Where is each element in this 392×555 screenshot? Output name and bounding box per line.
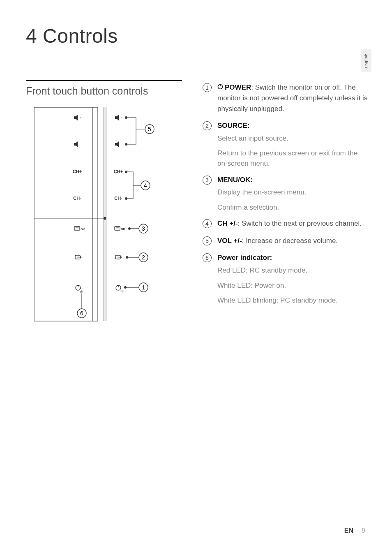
control-label: Power indicator [217, 254, 270, 261]
callout-number: 5 [203, 236, 212, 245]
control-item-vol: 5 VOL +/-: Increase or decrease volume. [203, 236, 369, 249]
callout-number: 4 [203, 219, 212, 228]
control-sub: Display the on-screen menu. [217, 187, 369, 198]
ch-down-label: CH- [73, 196, 81, 201]
control-label: VOL +/- [217, 237, 242, 245]
control-label-suffix: : [270, 254, 272, 261]
content-area: Front touch button controls + [26, 80, 369, 327]
control-desc: Increase or decrease volume. [244, 237, 338, 245]
language-tab-text: English [364, 53, 368, 68]
section-heading: Front touch button controls [26, 80, 182, 103]
svg-point-11 [125, 143, 127, 146]
svg-point-45 [122, 291, 123, 293]
menu-ok-icon-copy: OK [115, 227, 125, 231]
control-item-power: 1 POWER: Switch the monitor on or off. T… [203, 82, 369, 116]
callout-number: 2 [203, 121, 212, 130]
control-item-ch: 4 CH +/-: Switch to the next or previous… [203, 218, 369, 231]
svg-point-46 [124, 286, 127, 289]
control-sub: Confirm a selection. [217, 203, 369, 213]
svg-text:OK: OK [121, 228, 125, 231]
control-item-source: 2 SOURCE: Select an input source. Return… [203, 120, 369, 170]
svg-point-41 [81, 291, 83, 293]
power-icon-copy [116, 285, 121, 290]
svg-text:+: + [121, 116, 123, 120]
page-footer: EN 9 [344, 527, 365, 534]
vol-up-icon-copy: + [115, 115, 123, 120]
svg-rect-20 [74, 227, 80, 230]
svg-text:5: 5 [148, 126, 151, 132]
control-label: CH +/- [217, 220, 238, 227]
svg-text:2: 2 [142, 254, 145, 261]
svg-rect-0 [34, 107, 98, 321]
callout-number: 3 [203, 176, 212, 185]
svg-text:OK: OK [81, 228, 85, 231]
control-item-power-indicator: 6 Power indicator: Red LED: RC standby m… [203, 252, 369, 307]
vol-down-icon: - [74, 141, 81, 147]
control-sub: Return to the previous screen or exit fr… [217, 148, 369, 169]
svg-text:6: 6 [80, 310, 83, 317]
ch-up-label: CH+ [73, 169, 82, 174]
svg-point-18 [104, 217, 106, 220]
control-sub: White LED blinking: PC standby mode. [217, 296, 369, 306]
svg-text:CH-: CH- [114, 196, 122, 201]
svg-rect-24 [115, 227, 120, 230]
control-desc: Switch to the next or previous channel. [240, 220, 362, 227]
power-icon [76, 285, 81, 290]
svg-text:-: - [121, 143, 122, 146]
vol-down-icon-copy: - [115, 141, 122, 147]
svg-text:CH+: CH+ [114, 169, 123, 174]
svg-point-6 [125, 116, 127, 119]
control-sub: Red LED: RC standby mode. [217, 266, 369, 276]
vol-up-icon: + [74, 115, 82, 120]
footer-page-number: 9 [362, 527, 365, 534]
control-label: POWER [225, 83, 251, 91]
control-label-suffix: : [250, 176, 253, 184]
page-title: 4 Controls [26, 25, 118, 47]
power-icon [217, 82, 223, 92]
source-icon-copy [115, 255, 122, 259]
callout-number: 6 [203, 253, 212, 262]
control-sub: Select an input source. [217, 134, 369, 144]
svg-text:1: 1 [142, 284, 145, 291]
svg-text:3: 3 [142, 225, 145, 232]
menu-ok-icon: OK [74, 227, 85, 231]
left-column: Front touch button controls + [26, 80, 182, 327]
front-panel-diagram: + + 5 - - [26, 105, 170, 327]
svg-point-13 [125, 171, 127, 173]
svg-point-28 [128, 227, 131, 230]
control-label: MENU/OK [217, 176, 250, 184]
svg-text:-: - [80, 143, 81, 146]
control-label-suffix: : [247, 122, 250, 130]
control-item-menu-ok: 3 MENU/OK: Display the on-screen menu. C… [203, 175, 369, 215]
diagram: + + 5 - - [26, 105, 182, 327]
control-sub: White LED: Power on. [217, 281, 369, 291]
svg-point-17 [125, 197, 127, 200]
language-tab: English [361, 49, 371, 72]
control-label: SOURCE [217, 122, 247, 130]
callout-number: 1 [203, 83, 212, 92]
svg-point-34 [126, 256, 128, 259]
svg-text:+: + [80, 116, 82, 120]
right-column: 1 POWER: Switch the monitor on or off. T… [203, 80, 369, 327]
source-icon [75, 255, 81, 259]
footer-lang: EN [344, 527, 353, 534]
svg-text:4: 4 [144, 182, 147, 189]
